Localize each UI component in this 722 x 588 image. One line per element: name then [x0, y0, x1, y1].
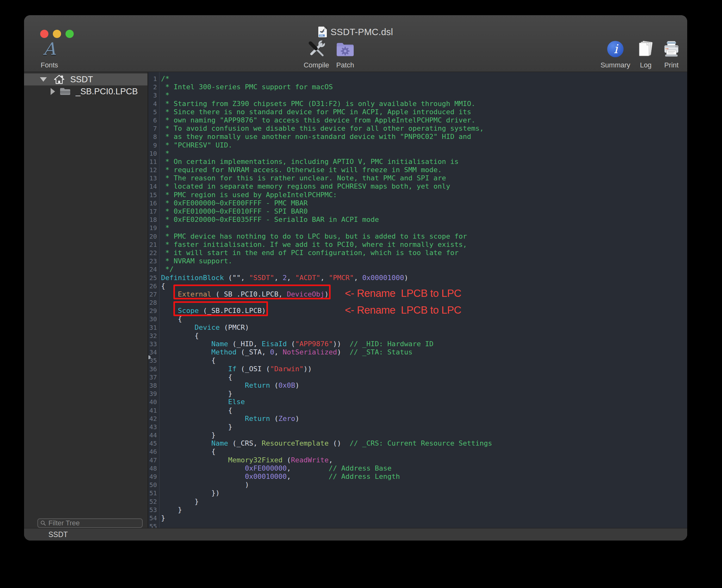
info-icon: i [607, 39, 624, 59]
code-line[interactable]: /* [161, 75, 492, 83]
pages-icon [637, 39, 655, 59]
code-line[interactable]: * 0xFE010000~0xFE010FFF - SPI BAR0 [161, 207, 492, 215]
patch-button[interactable]: Patch [333, 39, 358, 70]
sidebar-item-ssdt[interactable]: SSDT [24, 74, 147, 85]
status-bar: SSDT [24, 528, 687, 541]
tree-label-lpcb: _SB.PCI0.LPCB [76, 87, 138, 97]
title-bar[interactable]: DSL SSDT-PMC.dsl A Fonts Compile [24, 15, 687, 72]
code-line[interactable]: Memory32Fixed (ReadWrite, [161, 456, 492, 464]
log-label: Log [640, 61, 652, 69]
code-line[interactable]: Method (_STA, 0, NotSerialized) // _STA:… [161, 348, 492, 356]
code-line[interactable]: } [161, 390, 492, 398]
compile-button[interactable]: Compile [301, 39, 332, 70]
code-line[interactable]: Device (PMCR) [161, 323, 492, 332]
code-line[interactable]: DefinitionBlock ("", "SSDT", 2, "ACDT", … [161, 274, 492, 282]
print-label: Print [664, 61, 678, 69]
log-button[interactable]: Log [635, 39, 657, 70]
code-line[interactable]: Return (0x0B) [161, 381, 492, 390]
annotation-note-1: <- Rename LPCB to LPC [345, 287, 461, 299]
code-line[interactable]: * Since there is no standard device for … [161, 108, 492, 116]
code-line[interactable]: * The reason for this is rather unclear.… [161, 174, 492, 182]
window-title: SSDT-PMC.dsl [331, 27, 393, 37]
code-line[interactable]: If (_OSI ("Darwin")) [161, 365, 492, 373]
fonts-label: Fonts [41, 61, 58, 69]
code-line[interactable]: * as they normally use another non-stand… [161, 132, 492, 141]
code-line[interactable]: { [161, 447, 492, 456]
code-line[interactable]: { [161, 332, 492, 340]
code-line[interactable]: { [161, 406, 492, 415]
window-title-row: DSL SSDT-PMC.dsl [24, 25, 687, 39]
code-line[interactable]: * To avoid confusion we disable this dev… [161, 124, 492, 132]
line-numbers: 1234567891011121314151617181920212223242… [148, 75, 158, 528]
filter-tree-input[interactable] [48, 519, 140, 527]
document-icon: DSL [318, 26, 327, 37]
compile-label: Compile [304, 61, 330, 69]
code-line[interactable]: } [161, 498, 492, 506]
code-line[interactable]: }) [161, 489, 492, 497]
code-line[interactable]: Name (_HID, EisaId ("APP9876")) // _HID:… [161, 340, 492, 348]
code-line[interactable]: * 0xFE020000~0xFE035FFF - SerialIo BAR i… [161, 215, 492, 224]
annotation-box-scope [173, 301, 268, 316]
home-icon [54, 75, 65, 84]
code-line[interactable] [161, 522, 492, 528]
tools-icon [306, 39, 326, 59]
status-selection-label: SSDT [48, 530, 68, 539]
code-line[interactable]: * PMC region is used by AppleIntelPCHPMC… [161, 191, 492, 199]
print-button[interactable]: Print [660, 39, 682, 70]
code-line[interactable]: * own naming "APP9876" to access this de… [161, 116, 492, 124]
code-line[interactable]: */ [161, 265, 492, 273]
code-line[interactable]: } [161, 506, 492, 514]
code-line[interactable]: ) [161, 481, 492, 489]
code-line[interactable]: { [161, 315, 492, 323]
code-line[interactable]: * On certain implementations, including … [161, 158, 492, 166]
code-line[interactable]: * faster initialisation. If we add it to… [161, 240, 492, 249]
annotation-note-2: <- Rename LPCB to LPC [345, 304, 461, 316]
summary-label: Summary [600, 61, 630, 69]
search-icon [41, 520, 46, 526]
code-line[interactable]: * located in separate memory regions and… [161, 182, 492, 190]
code-line[interactable]: * PMC device has nothing to do to LPC bu… [161, 232, 492, 240]
code-line[interactable]: * [161, 91, 492, 99]
code-line[interactable]: } [161, 514, 492, 522]
folder-icon [60, 87, 70, 96]
sidebar-item-lpcb[interactable]: _SB.PCI0.LPCB [24, 85, 147, 98]
filter-tree-field[interactable] [37, 518, 143, 528]
code-line[interactable]: } [161, 423, 492, 431]
patch-label: Patch [336, 61, 354, 69]
fonts-icon: A [43, 39, 56, 59]
tree-label-ssdt: SSDT [70, 75, 93, 84]
code-line[interactable]: Else [161, 398, 492, 406]
code-line[interactable]: Name (_CRS, ResourceTemplate () // _CRS:… [161, 439, 492, 447]
code-line[interactable]: * 0xFE000000~0xFE00FFFF - PMC MBAR [161, 199, 492, 207]
annotation-box-external [173, 285, 331, 299]
code-line[interactable]: * NVRAM support. [161, 257, 492, 265]
code-line[interactable]: * required for NVRAM access. Otherwise i… [161, 166, 492, 174]
disclosure-down-icon[interactable] [40, 77, 47, 82]
code-line[interactable]: 0xFE000000, // Address Base [161, 464, 492, 472]
code-line[interactable]: * it will start in the end of PCI config… [161, 249, 492, 257]
fonts-button[interactable]: A Fonts [34, 39, 65, 70]
code-line[interactable]: * Intel 300-series PMC support for macOS [161, 83, 492, 91]
code-line[interactable]: * "PCHRESV" UID. [161, 141, 492, 149]
code-line[interactable]: * [161, 149, 492, 158]
code-line[interactable]: } [161, 431, 492, 439]
summary-button[interactable]: i Summary [599, 39, 631, 70]
patch-folder-icon [336, 39, 355, 59]
code-line[interactable]: 0x00010000, // Address Length [161, 472, 492, 481]
printer-icon [662, 39, 681, 59]
code-line[interactable]: * [161, 224, 492, 232]
code-line[interactable]: * Starting from Z390 chipsets PMC (D31:F… [161, 100, 492, 108]
code-line[interactable]: { [161, 356, 492, 364]
disclosure-right-icon[interactable] [50, 88, 55, 95]
code-line[interactable]: { [161, 373, 492, 381]
code-line[interactable]: Return (Zero) [161, 415, 492, 423]
code-editor[interactable]: 1234567891011121314151617181920212223242… [148, 72, 687, 528]
sidebar: SSDT _SB.PCI0.LPCB [24, 72, 147, 528]
maciasl-window: DSL SSDT-PMC.dsl A Fonts Compile [24, 15, 687, 541]
